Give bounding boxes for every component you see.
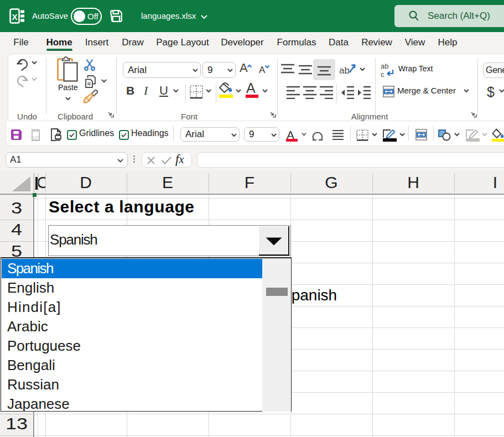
svg-text:ab: ab <box>381 62 388 70</box>
svg-text:ab: ab <box>339 65 350 76</box>
svg-text:123: 123 <box>33 135 40 141</box>
svg-text:c: c <box>381 70 385 77</box>
svg-text:X: X <box>12 12 17 22</box>
